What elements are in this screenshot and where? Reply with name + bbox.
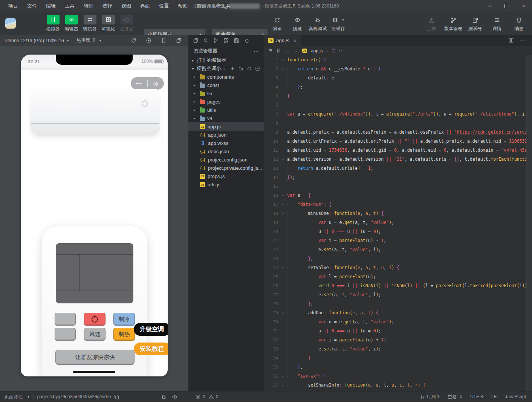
remote-blank-button[interactable] <box>55 328 76 341</box>
remote-cool-button[interactable]: 制冷 <box>113 313 135 326</box>
breadcrumb-file[interactable]: app.js <box>311 48 323 53</box>
phone-icon[interactable] <box>161 38 167 43</box>
tab-app-js[interactable]: JS app.js × <box>264 35 301 46</box>
remote-power-button[interactable] <box>84 313 105 326</box>
menu-item-转到[interactable]: 转到 <box>79 0 98 12</box>
remote-heat-button[interactable]: 制热 <box>113 328 135 341</box>
statusbar-item[interactable]: 空格: 4 <box>448 394 462 400</box>
tree-folder-pages[interactable]: ▸pages <box>188 97 264 106</box>
new-file-icon[interactable] <box>230 66 235 71</box>
fold-icon[interactable] <box>278 155 287 164</box>
statusbar-item[interactable]: UTF-8 <box>470 394 483 400</box>
fold-icon[interactable] <box>278 209 287 218</box>
breadcrumb-symbol[interactable]: e <box>339 48 342 53</box>
nav-back-icon[interactable]: ← <box>284 48 290 54</box>
fold-icon[interactable] <box>278 200 287 209</box>
toolbar-详情-button[interactable]: 详情 <box>488 16 506 32</box>
refresh-icon[interactable] <box>131 38 136 43</box>
toolbar-版本管理-button[interactable]: 版本管理 <box>444 16 463 32</box>
avatar[interactable] <box>5 18 16 29</box>
menu-item-设置[interactable]: 设置 <box>154 0 173 12</box>
remote-fan-button[interactable]: 风速 <box>84 328 105 341</box>
record-icon[interactable] <box>146 38 151 43</box>
tree-file-deps.json[interactable]: {..}deps.json <box>188 147 264 155</box>
warning-count[interactable]: 0 <box>208 394 219 400</box>
toolbar-可视化-button[interactable]: 可视化 <box>99 15 118 32</box>
teapot-icon[interactable] <box>244 38 249 43</box>
toolbar-消息-button[interactable]: 消息 <box>509 16 528 32</box>
error-count[interactable]: 0 <box>195 394 205 400</box>
tree-file-project.config.json[interactable]: {..}project.config.json <box>188 155 264 164</box>
search-icon[interactable] <box>203 38 209 43</box>
statusbar-item[interactable]: JavaScript <box>505 394 526 400</box>
minimize-button[interactable] <box>481 0 498 12</box>
toolbar-编辑器-button[interactable]: 编辑器 <box>62 15 81 32</box>
open-editors-section[interactable]: ▸ 打开的编辑器 <box>188 56 264 64</box>
files-icon[interactable] <box>193 38 199 43</box>
copy-icon[interactable] <box>114 394 119 400</box>
more-icon[interactable]: ··· <box>520 37 526 44</box>
save-icon[interactable] <box>234 38 239 43</box>
toolbar-调试器-button[interactable]: 调试器 <box>81 15 99 32</box>
menu-item-编辑[interactable]: 编辑 <box>41 0 60 12</box>
toolbar-预览-button[interactable]: 预览 <box>288 16 307 32</box>
remote-share-button[interactable]: 让群友凉快凉快 <box>55 350 135 365</box>
menu-item-工具[interactable]: 工具 <box>60 0 79 12</box>
project-root-section[interactable]: ▾ 便携空调小... <box>188 64 264 73</box>
page-path-dropdown[interactable]: 页面路径 ▾ <box>5 394 29 400</box>
menu-item-项目[interactable]: 项目 <box>4 0 23 12</box>
collapse-all-icon[interactable] <box>255 66 260 71</box>
close-button[interactable]: × <box>515 0 532 12</box>
new-folder-icon[interactable] <box>238 66 243 71</box>
tree-folder-const[interactable]: ▸const <box>188 81 264 89</box>
editor-scrollbar[interactable] <box>526 55 532 391</box>
maximize-button[interactable] <box>498 0 515 12</box>
fold-icon[interactable] <box>278 191 287 200</box>
capsule-close-button[interactable]: ◎ <box>148 80 164 87</box>
menu-item-选择[interactable]: 选择 <box>98 0 117 12</box>
fold-icon[interactable] <box>278 55 287 64</box>
tree-folder-components[interactable]: ▸components <box>188 73 264 81</box>
tree-file-app.json[interactable]: {..}app.json <box>188 131 264 139</box>
toolbar-真机调试-button[interactable]: 真机调试 <box>308 16 327 32</box>
tree-file-props.js[interactable]: JSprops.js <box>188 172 264 180</box>
menu-item-界面[interactable]: 界面 <box>136 0 154 12</box>
fold-icon[interactable] <box>278 64 287 73</box>
toolbar-编译-button[interactable]: 编译 <box>268 16 286 32</box>
toolbar-清缓存-button[interactable]: ▾清缓存 <box>329 16 347 32</box>
more-icon[interactable]: ··· <box>183 394 187 399</box>
tree-file-app.js[interactable]: JSapp.js <box>188 122 264 131</box>
bookmark-icon[interactable] <box>276 48 281 53</box>
preview-icon[interactable] <box>172 394 177 400</box>
device-selector[interactable]: iPhone 12/13 (Pro) 100% 16 ▾ <box>5 38 69 43</box>
debug-icon[interactable] <box>161 394 167 400</box>
grid2-icon[interactable] <box>223 38 229 43</box>
nav-forward-icon[interactable]: → <box>293 48 298 54</box>
windows-icon[interactable] <box>176 38 182 43</box>
tree-folder-utils[interactable]: ▸utils <box>188 106 264 114</box>
tree-file-urls.js[interactable]: JSurls.js <box>188 180 264 189</box>
statusbar-item[interactable]: 行 1, 列 1 <box>420 394 440 400</box>
tree-file-project.private.config.js...[interactable]: {..}project.private.config.js... <box>188 164 264 172</box>
menu-item-视图[interactable]: 视图 <box>117 0 136 12</box>
tutorial-pill-button[interactable]: 安装教程 <box>134 343 168 355</box>
branch-icon[interactable] <box>213 38 219 43</box>
fold-icon[interactable] <box>278 308 287 317</box>
split-editor-icon[interactable] <box>508 38 514 43</box>
toolbar-模拟器-button[interactable]: 模拟器 <box>44 15 62 32</box>
remote-blank-button[interactable] <box>55 313 76 326</box>
hot-reload-toggle[interactable]: 热重载 开 ▾ <box>76 37 101 44</box>
fold-icon[interactable] <box>278 263 287 272</box>
menu-item-帮助[interactable]: 帮助 <box>173 0 192 12</box>
code-area[interactable]: 1function e(e) {2 return e && e.__esModu… <box>264 55 527 391</box>
fold-icon[interactable] <box>278 372 287 381</box>
capsule-more-button[interactable]: ••• <box>131 81 147 86</box>
upgrade-pill-button[interactable]: 升级空调 <box>134 323 168 336</box>
tab-close-icon[interactable]: × <box>294 38 297 44</box>
toolbar-测试号-button[interactable]: 测试号 <box>466 16 485 32</box>
more-icon[interactable]: ··· <box>254 49 259 54</box>
tree-folder-v4[interactable]: ▸v4 <box>188 114 264 122</box>
refresh-icon[interactable] <box>247 66 252 71</box>
fold-icon[interactable] <box>278 381 287 390</box>
tree-folder-lib[interactable]: ▸lib <box>188 89 264 97</box>
